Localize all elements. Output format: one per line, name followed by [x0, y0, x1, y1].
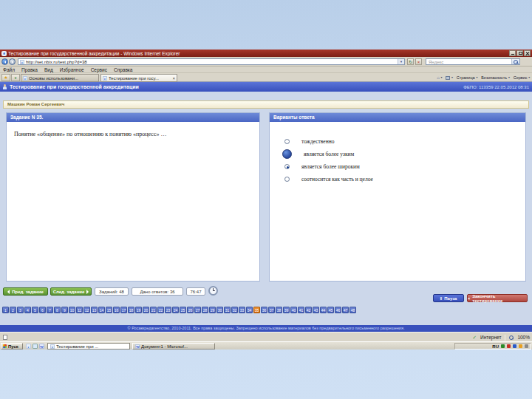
menu-view[interactable]: Вид — [44, 67, 53, 72]
question-cell-30[interactable]: 30 — [216, 307, 223, 313]
radio-button-selected[interactable] — [284, 164, 290, 169]
answer-option-4[interactable]: соотносится как часть и целое — [270, 173, 525, 185]
question-cell-19[interactable]: 19 — [135, 307, 142, 313]
menu-help[interactable]: Справка — [114, 67, 133, 72]
tools-menu-button[interactable]: Сервис ▼ — [514, 75, 531, 80]
question-cell-16[interactable]: 16 — [113, 307, 120, 313]
maximize-button[interactable] — [516, 50, 523, 56]
question-cell-22[interactable]: 22 — [157, 307, 164, 313]
question-cell-29[interactable]: 29 — [209, 307, 216, 313]
address-bar[interactable]: e http://set.nbix.ru/test.php?d=38 ▼ — [18, 58, 405, 65]
zoom-level[interactable]: 100% — [517, 335, 530, 340]
question-cell-18[interactable]: 18 — [128, 307, 134, 313]
question-cell-15[interactable]: 15 — [106, 307, 112, 313]
taskbar-task-testing[interactable]: e Тестирование при ... — [47, 343, 130, 349]
question-cell-48[interactable]: 48 — [349, 307, 356, 313]
close-button[interactable] — [524, 50, 531, 56]
question-cell-11[interactable]: 11 — [76, 307, 83, 313]
question-cell-2[interactable]: 2 — [10, 307, 16, 313]
answer-option-3[interactable]: является более широким — [270, 160, 525, 173]
tray-icon[interactable] — [501, 344, 505, 348]
tab-other-page[interactable]: e Основы использовани... — [21, 74, 99, 82]
address-dropdown-icon[interactable]: ▼ — [398, 59, 404, 64]
question-cell-21[interactable]: 21 — [150, 307, 157, 313]
quicklaunch-ie-icon[interactable]: e — [26, 344, 31, 349]
question-cell-8[interactable]: 8 — [54, 307, 61, 313]
start-button[interactable]: Пуск — [1, 343, 23, 349]
previous-task-button[interactable]: Пред. задание — [3, 287, 48, 296]
question-cell-43[interactable]: 43 — [313, 307, 319, 313]
tray-icon[interactable] — [507, 344, 511, 348]
question-cell-31[interactable]: 31 — [224, 307, 231, 313]
question-cell-32[interactable]: 32 — [231, 307, 238, 313]
page-menu-button[interactable]: Страница ▼ — [457, 75, 478, 80]
question-cell-1[interactable]: 1 — [2, 307, 9, 313]
tab-testing-active[interactable]: e Тестирование при госу... × — [100, 74, 177, 82]
minimize-button[interactable] — [509, 50, 516, 56]
question-cell-7[interactable]: 7 — [47, 307, 53, 313]
question-cell-6[interactable]: 6 — [39, 307, 46, 313]
question-cell-12[interactable]: 12 — [83, 307, 90, 313]
question-cell-27[interactable]: 27 — [194, 307, 201, 313]
question-cell-33[interactable]: 33 — [239, 307, 245, 313]
question-cell-13[interactable]: 13 — [91, 307, 98, 313]
question-cell-45[interactable]: 45 — [327, 307, 334, 313]
question-cell-14[interactable]: 14 — [98, 307, 105, 313]
menu-file[interactable]: Файл — [3, 67, 15, 72]
print-button[interactable]: ▼ — [446, 76, 453, 80]
question-cell-39[interactable]: 39 — [283, 307, 290, 313]
menu-favorites[interactable]: Избранное — [60, 67, 84, 72]
radio-button[interactable] — [284, 177, 290, 182]
question-cell-42[interactable]: 42 — [305, 307, 312, 313]
search-icon[interactable] — [511, 59, 519, 64]
question-cell-41[interactable]: 41 — [298, 307, 304, 313]
question-cell-4[interactable]: 4 — [24, 307, 31, 313]
tray-icon[interactable] — [513, 344, 516, 348]
question-cell-3[interactable]: 3 — [17, 307, 24, 313]
pause-button[interactable]: ‖ Пауза — [433, 294, 464, 302]
quicklaunch-desktop-icon[interactable] — [33, 344, 38, 349]
search-input[interactable]: Яндекс — [426, 58, 520, 65]
answer-option-1[interactable]: тождественно — [270, 135, 525, 148]
question-cell-44[interactable]: 44 — [320, 307, 327, 313]
question-cell-36[interactable]: 36 — [261, 307, 267, 313]
language-indicator[interactable]: RU — [492, 344, 499, 349]
back-button[interactable] — [1, 58, 8, 65]
refresh-button[interactable]: ↻ — [407, 58, 414, 65]
question-cell-47[interactable]: 47 — [342, 307, 349, 313]
question-cell-5[interactable]: 5 — [32, 307, 38, 313]
radio-button[interactable] — [284, 139, 290, 144]
question-cell-25[interactable]: 25 — [180, 307, 186, 313]
tab-close-icon[interactable]: × — [172, 76, 175, 81]
forward-button[interactable] — [9, 58, 16, 65]
question-cell-34[interactable]: 34 — [246, 307, 253, 313]
quicklaunch-word-icon[interactable]: W — [39, 344, 44, 349]
tray-icon[interactable] — [519, 344, 522, 348]
add-favorite-icon[interactable]: + — [11, 74, 20, 81]
question-cell-37[interactable]: 37 — [268, 307, 275, 313]
menu-tools[interactable]: Сервис — [91, 67, 107, 72]
menu-edit[interactable]: Правка — [21, 67, 38, 72]
question-cell-26[interactable]: 26 — [187, 307, 194, 313]
question-cell-40[interactable]: 40 — [290, 307, 297, 313]
question-cell-23[interactable]: 23 — [165, 307, 171, 313]
question-cell-46[interactable]: 46 — [335, 307, 341, 313]
question-cell-9[interactable]: 9 — [61, 307, 68, 313]
tray-icon[interactable] — [525, 344, 528, 348]
stop-button[interactable]: × — [415, 58, 422, 65]
question-cell-17[interactable]: 17 — [120, 307, 127, 313]
question-cell-10[interactable]: 10 — [69, 307, 75, 313]
next-task-button[interactable]: След. задание — [50, 287, 92, 296]
cursor-ball-icon[interactable] — [282, 149, 292, 159]
question-cell-28[interactable]: 28 — [202, 307, 208, 313]
question-cell-38[interactable]: 38 — [276, 307, 282, 313]
question-cell-24[interactable]: 24 — [172, 307, 179, 313]
answer-option-2[interactable]: является более узким — [270, 148, 525, 160]
taskbar-task-word[interactable]: W Документ1 - Microsof... — [132, 343, 215, 349]
home-button[interactable]: ⌂ ▼ — [437, 75, 443, 80]
question-cell-35[interactable]: 35 — [253, 307, 260, 313]
favorites-star-icon[interactable]: ★ — [1, 74, 10, 81]
safety-menu-button[interactable]: Безопасность ▼ — [481, 75, 511, 80]
question-cell-20[interactable]: 20 — [143, 307, 149, 313]
finish-test-button[interactable]: × Закончить тестирование — [467, 294, 528, 302]
